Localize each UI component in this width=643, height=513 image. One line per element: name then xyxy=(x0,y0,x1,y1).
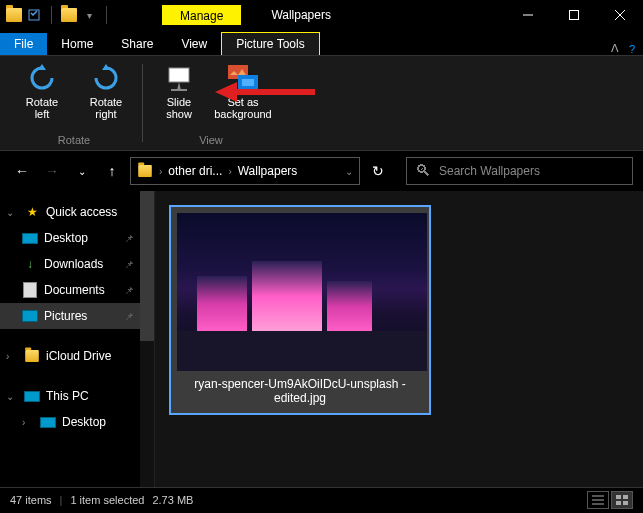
desktop-icon xyxy=(40,414,56,430)
window-title: Wallpapers xyxy=(271,8,331,22)
address-folder-icon xyxy=(138,165,152,177)
sidebar-item-label: Quick access xyxy=(46,205,117,219)
sidebar-item-label: Desktop xyxy=(62,415,106,429)
documents-icon xyxy=(22,282,38,298)
svg-rect-15 xyxy=(616,501,621,505)
status-selected-size: 2.73 MB xyxy=(152,494,193,506)
sidebar-item-this-pc[interactable]: ⌄ This PC xyxy=(0,383,154,409)
sidebar-item-downloads[interactable]: ↓ Downloads 📌︎ xyxy=(0,251,154,277)
help-icon[interactable]: ? xyxy=(629,43,635,55)
app-icon xyxy=(6,8,22,22)
sidebar-item-label: Documents xyxy=(44,283,105,297)
file-thumbnail-selected[interactable]: ryan-spencer-Um9AkOiIDcU-unsplash - edit… xyxy=(169,205,431,415)
sidebar-item-desktop[interactable]: Desktop 📌︎ xyxy=(0,225,154,251)
group-separator xyxy=(142,64,143,142)
address-bar: ← → ⌄ ↑ › other dri... › Wallpapers ⌄ ↻ … xyxy=(0,151,643,191)
folder-icon xyxy=(24,348,40,364)
nav-back-button[interactable]: ← xyxy=(10,159,34,183)
view-group-label: View xyxy=(199,131,223,146)
file-name-label: ryan-spencer-Um9AkOiIDcU-unsplash - edit… xyxy=(177,371,423,407)
rotate-left-button[interactable]: Rotate left xyxy=(14,60,70,122)
svg-rect-14 xyxy=(623,495,628,499)
ribbon-collapse-icon[interactable]: ᐱ xyxy=(611,42,619,55)
chevron-right-icon: › xyxy=(228,166,231,177)
pin-icon: 📌︎ xyxy=(124,285,134,296)
sidebar-scrollbar[interactable] xyxy=(140,191,154,487)
search-icon: 🔍︎ xyxy=(415,162,431,180)
pictures-icon xyxy=(22,308,38,324)
manage-context-tab: Manage xyxy=(162,5,241,25)
scrollbar-thumb[interactable] xyxy=(140,191,154,341)
svg-rect-2 xyxy=(570,11,579,20)
status-selected-count: 1 item selected xyxy=(70,494,144,506)
chevron-down-icon: ⌄ xyxy=(6,391,18,402)
refresh-button[interactable]: ↻ xyxy=(366,159,390,183)
address-input[interactable]: › other dri... › Wallpapers ⌄ xyxy=(130,157,360,185)
sidebar-item-label: This PC xyxy=(46,389,89,403)
sidebar-item-label: Downloads xyxy=(44,257,103,271)
svg-rect-9 xyxy=(242,79,254,86)
chevron-right-icon: › xyxy=(159,166,162,177)
rotate-right-button[interactable]: Rotate right xyxy=(78,60,134,122)
pin-icon: 📌︎ xyxy=(124,259,134,270)
ribbon: Rotate left Rotate right Rotate Slide sh… xyxy=(0,56,643,151)
address-dropdown-icon[interactable]: ⌄ xyxy=(345,166,353,177)
divider xyxy=(106,6,107,24)
sidebar-item-pictures[interactable]: Pictures 📌︎ xyxy=(0,303,154,329)
sidebar-item-label: iCloud Drive xyxy=(46,349,111,363)
minimize-button[interactable] xyxy=(505,0,551,30)
search-box[interactable]: 🔍︎ xyxy=(406,157,633,185)
details-view-button[interactable] xyxy=(587,491,609,509)
ribbon-tabs: File Home Share View Picture Tools ᐱ ? xyxy=(0,30,643,56)
this-pc-icon xyxy=(24,388,40,404)
sidebar-item-desktop-pc[interactable]: › Desktop xyxy=(0,409,154,435)
thumbnail-image xyxy=(177,213,427,371)
qat-folder-icon[interactable] xyxy=(61,8,77,22)
sidebar-item-icloud[interactable]: › iCloud Drive xyxy=(0,343,154,369)
sidebar-item-documents[interactable]: Documents 📌︎ xyxy=(0,277,154,303)
nav-forward-button[interactable]: → xyxy=(40,159,64,183)
navigation-pane: ⌄ ★ Quick access Desktop 📌︎ ↓ Downloads … xyxy=(0,191,155,487)
divider: | xyxy=(60,494,63,506)
status-item-count: 47 items xyxy=(10,494,52,506)
downloads-icon: ↓ xyxy=(22,256,38,272)
chevron-right-icon: › xyxy=(22,417,34,428)
content-pane[interactable]: ryan-spencer-Um9AkOiIDcU-unsplash - edit… xyxy=(155,191,643,487)
slide-show-button[interactable]: Slide show xyxy=(151,60,207,122)
chevron-down-icon: ⌄ xyxy=(6,207,18,218)
view-tab[interactable]: View xyxy=(167,33,221,55)
home-tab[interactable]: Home xyxy=(47,33,107,55)
rotate-group-label: Rotate xyxy=(58,131,90,146)
breadcrumb-item[interactable]: other dri... xyxy=(168,164,222,178)
rotate-left-icon xyxy=(26,62,58,94)
rotate-right-icon xyxy=(90,62,122,94)
search-input[interactable] xyxy=(439,164,624,178)
slide-show-icon xyxy=(163,62,195,94)
nav-recent-dropdown[interactable]: ⌄ xyxy=(70,159,94,183)
rotate-right-label: Rotate right xyxy=(90,96,122,120)
svg-rect-5 xyxy=(169,68,189,82)
qat-properties-icon[interactable] xyxy=(26,7,42,23)
sidebar-item-quick-access[interactable]: ⌄ ★ Quick access xyxy=(0,199,154,225)
maximize-button[interactable] xyxy=(551,0,597,30)
qat-dropdown-icon[interactable]: ▾ xyxy=(81,7,97,23)
set-as-background-button[interactable]: Set as background xyxy=(215,60,271,122)
star-icon: ★ xyxy=(24,204,40,220)
slide-show-label: Slide show xyxy=(166,96,192,120)
svg-rect-13 xyxy=(616,495,621,499)
close-button[interactable] xyxy=(597,0,643,30)
set-as-background-label: Set as background xyxy=(214,96,272,120)
set-as-background-icon xyxy=(227,62,259,94)
divider xyxy=(51,6,52,24)
share-tab[interactable]: Share xyxy=(107,33,167,55)
file-tab[interactable]: File xyxy=(0,33,47,55)
sidebar-item-label: Pictures xyxy=(44,309,87,323)
thumbnails-view-button[interactable] xyxy=(611,491,633,509)
breadcrumb-item[interactable]: Wallpapers xyxy=(238,164,298,178)
picture-tools-tab[interactable]: Picture Tools xyxy=(221,32,319,55)
sidebar-item-label: Desktop xyxy=(44,231,88,245)
pin-icon: 📌︎ xyxy=(124,233,134,244)
pin-icon: 📌︎ xyxy=(124,311,134,322)
nav-up-button[interactable]: ↑ xyxy=(100,159,124,183)
titlebar: ▾ Manage Wallpapers xyxy=(0,0,643,30)
